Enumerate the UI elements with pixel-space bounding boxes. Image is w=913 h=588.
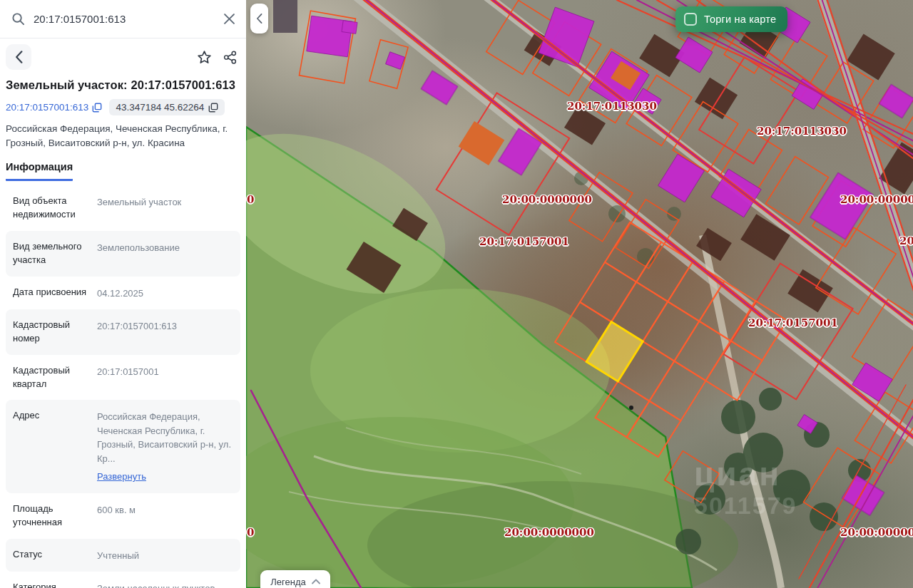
cadastral-label: 20:17:0157001 bbox=[748, 316, 838, 329]
table-row: Кадастровый номер20:17:0157001:613 bbox=[6, 309, 240, 355]
tab-information[interactable]: Информация bbox=[6, 161, 73, 181]
cadastral-label: 20:00:0000000 bbox=[504, 526, 594, 539]
share-icon bbox=[223, 50, 238, 65]
object-codes-row: 20:17:0157001:613 43.347184 45.62264 bbox=[0, 92, 246, 115]
chevron-left-icon bbox=[256, 14, 262, 24]
address-truncated: Российская Федерация, Чеченская Республи… bbox=[97, 411, 231, 464]
search-input[interactable] bbox=[34, 13, 215, 25]
trades-on-map-label: Торги на карте bbox=[704, 14, 776, 25]
object-header-actions bbox=[0, 38, 246, 73]
cadastral-number-text: 20:17:0157001:613 bbox=[6, 102, 88, 113]
cadastral-label: 0 bbox=[247, 526, 254, 539]
cadastral-label: 20:17:0113030 bbox=[757, 125, 847, 138]
checkbox-icon[interactable] bbox=[684, 13, 697, 26]
table-row: Площадь уточненная600 кв. м bbox=[6, 493, 240, 539]
trades-on-map-toggle[interactable]: Торги на карте bbox=[675, 6, 787, 32]
tabs: Информация bbox=[0, 150, 246, 181]
star-icon bbox=[196, 49, 213, 66]
map-canvas[interactable]: 20:17:0113030 20:17:0113030 20:00:000000… bbox=[246, 0, 913, 588]
info-table: Вид объекта недвижимостиЗемельный участо… bbox=[0, 181, 246, 588]
table-row: Кадастровый квартал20:17:0157001 bbox=[6, 355, 240, 401]
back-button[interactable] bbox=[6, 44, 31, 70]
coordinates-text: 43.347184 45.62264 bbox=[116, 102, 204, 113]
cadastral-label: 20:00:00000 bbox=[840, 193, 913, 206]
chevron-up-icon bbox=[312, 579, 320, 584]
chevron-left-icon bbox=[15, 51, 23, 63]
sidebar: Земельный участок: 20:17:0157001:613 20:… bbox=[0, 0, 246, 588]
collapse-sidebar-button[interactable] bbox=[250, 4, 268, 33]
share-button[interactable] bbox=[223, 50, 238, 65]
coordinates-pill[interactable]: 43.347184 45.62264 bbox=[109, 99, 225, 115]
map-vector-overlay bbox=[246, 0, 913, 588]
cadastral-label: 20 bbox=[899, 234, 913, 247]
cadastral-label: 20:17:0113030 bbox=[567, 100, 657, 113]
cadastral-number-link[interactable]: 20:17:0157001:613 bbox=[6, 102, 102, 113]
cadastral-label: 20:00:00000 bbox=[840, 526, 913, 539]
table-row: СтатусУчтенный bbox=[6, 539, 240, 572]
table-row: Вид объекта недвижимостиЗемельный участо… bbox=[6, 185, 240, 231]
page-title: Земельный участок: 20:17:0157001:613 bbox=[0, 73, 246, 92]
object-address: Российская Федерация, Чеченская Республи… bbox=[0, 115, 246, 150]
expand-address-link[interactable]: Развернуть bbox=[97, 470, 146, 484]
copy-icon[interactable] bbox=[92, 103, 102, 113]
cadastral-label: 20:17:0157001 bbox=[479, 235, 569, 248]
clear-search-icon[interactable] bbox=[224, 14, 235, 24]
table-row: Дата присвоения04.12.2025 bbox=[6, 277, 240, 310]
favorite-star-button[interactable] bbox=[196, 49, 213, 66]
legend-button[interactable]: Легенда bbox=[260, 570, 330, 588]
cadastral-label: 0 bbox=[247, 193, 254, 206]
table-row: Вид земельного участкаЗемлепользование bbox=[6, 231, 240, 277]
table-row: Категория земельЗемли населенных пунктов bbox=[6, 572, 240, 588]
cadastral-map-app: Земельный участок: 20:17:0157001:613 20:… bbox=[0, 0, 913, 588]
cadastral-label: 20:00:0000000 bbox=[502, 193, 592, 206]
search-icon bbox=[11, 12, 25, 26]
search-bar bbox=[0, 0, 246, 38]
copy-icon[interactable] bbox=[208, 103, 218, 113]
table-row-address: Адрес Российская Федерация, Чеченская Ре… bbox=[6, 400, 240, 493]
